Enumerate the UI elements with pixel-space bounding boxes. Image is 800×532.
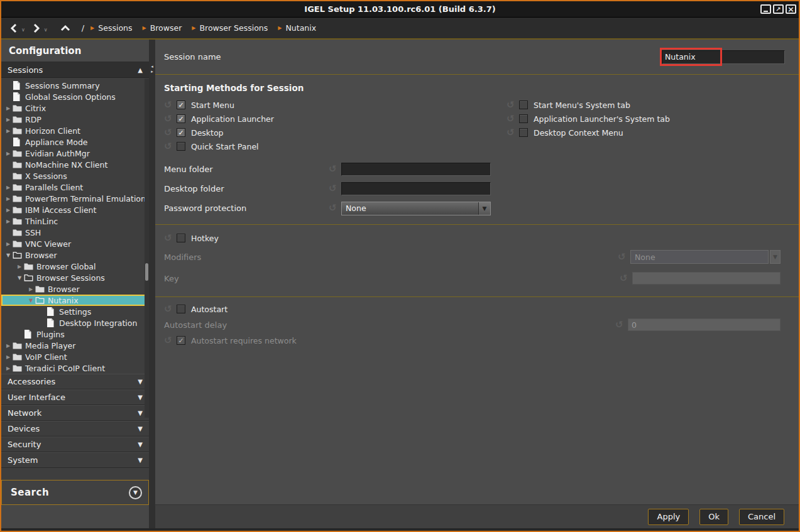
breadcrumb-item-sessions[interactable]: ▶Sessions (90, 23, 132, 33)
tree-expand-icon[interactable]: ▶ (4, 241, 13, 247)
sidebar-section-security[interactable]: Security▼ (1, 437, 149, 452)
back-history-dropdown[interactable]: ∨ (21, 27, 25, 33)
reset-icon[interactable]: ↺ (164, 128, 177, 138)
hotkey-checkbox[interactable] (177, 234, 185, 242)
tree-item-parallels-client[interactable]: ▶Parallels Client (1, 182, 149, 193)
tree-item-vnc-viewer[interactable]: ▶VNC Viewer (1, 238, 149, 249)
tree-item-horizon-client[interactable]: ▶Horizon Client (1, 125, 149, 136)
reset-icon[interactable]: ↺ (507, 114, 519, 124)
dropdown-arrow-icon[interactable]: ▼ (478, 202, 490, 215)
start-menu-checkbox[interactable]: ✓ (177, 100, 185, 109)
tree-item-ibm-iaccess-client[interactable]: ▶IBM iAccess Client (1, 204, 149, 215)
menu-folder-input[interactable] (341, 163, 491, 176)
up-button[interactable] (59, 21, 72, 35)
maximize-button[interactable]: ↗ (773, 4, 784, 14)
sidebar-section-devices[interactable]: Devices▼ (1, 421, 149, 437)
forward-history-dropdown[interactable]: ∨ (44, 27, 48, 33)
reset-icon[interactable]: ↺ (329, 204, 341, 213)
desktop-checkbox[interactable]: ✓ (177, 128, 185, 137)
sidebar-section-accessories[interactable]: Accessories▼ (1, 374, 149, 389)
tree-item-ssh[interactable]: SSH (1, 227, 149, 238)
reset-icon[interactable]: ↺ (329, 184, 341, 193)
splitter-collapse-icon[interactable]: ◂ (151, 65, 153, 69)
desktop-folder-input[interactable] (341, 182, 491, 195)
tree-expand-icon[interactable]: ▶ (4, 343, 13, 349)
apply-button[interactable]: Apply (648, 509, 689, 525)
breadcrumb-item-nutanix[interactable]: ▶Nutanix (278, 23, 316, 33)
sidebar-section-network[interactable]: Network▼ (1, 405, 149, 421)
reset-icon[interactable]: ↺ (618, 252, 630, 262)
tree-expand-icon[interactable]: ▶ (4, 106, 13, 111)
reset-icon[interactable]: ↺ (620, 274, 632, 283)
tree-item-evidian-authmgr[interactable]: ▶Evidian AuthMgr (1, 148, 149, 159)
tree-item-voip-client[interactable]: ▶VoIP Client (1, 351, 149, 362)
tree-item-desktop-integration[interactable]: Desktop Integration (1, 317, 149, 328)
tree-item-rdp[interactable]: ▶RDP (1, 114, 149, 125)
reset-icon[interactable]: ↺ (164, 234, 177, 243)
tree-item-browser[interactable]: ▼Browser (1, 249, 149, 261)
password-protection-select[interactable]: None ▼ (341, 202, 491, 215)
tree-item-thinlinc[interactable]: ▶ThinLinc (1, 215, 149, 227)
sidebar-scrollbar-thumb[interactable] (145, 263, 148, 281)
tree-expand-icon[interactable]: ▶ (4, 354, 13, 360)
reset-icon[interactable]: ↺ (507, 128, 519, 138)
tree-item-teradici-pcoip-client[interactable]: ▶Teradici PCoIP Client (1, 362, 149, 374)
tree-expand-icon[interactable]: ▶ (15, 264, 24, 269)
reset-icon[interactable]: ↺ (164, 305, 177, 314)
tree-item-x-sessions[interactable]: X Sessions (1, 170, 149, 182)
tree-expand-icon[interactable]: ▶ (26, 286, 35, 292)
back-button[interactable] (8, 21, 20, 35)
tree-item-appliance-mode[interactable]: Appliance Mode (1, 136, 149, 148)
reset-icon[interactable]: ↺ (164, 100, 177, 110)
forward-button[interactable] (30, 21, 43, 35)
tree-item-media-player[interactable]: ▶Media Player (1, 340, 149, 351)
tree-item-browser-global[interactable]: ▶Browser Global (1, 261, 149, 272)
tree-expand-icon[interactable]: ▶ (4, 207, 13, 213)
application-launcher-s-system-tab-checkbox[interactable] (519, 114, 528, 123)
tree-expand-icon[interactable]: ▶ (4, 366, 13, 371)
reset-icon[interactable]: ↺ (329, 165, 341, 174)
close-button[interactable]: × (786, 4, 796, 14)
search-expand-icon[interactable]: ▼ (129, 486, 142, 499)
tree-item-sessions-summary[interactable]: Sessions Summary (1, 80, 149, 91)
tree-item-nutanix[interactable]: ▼Nutanix (1, 295, 149, 306)
tree-expand-icon[interactable]: ▶ (4, 151, 13, 156)
search-panel[interactable]: Search ▼ (1, 480, 149, 505)
sidebar-section-sessions[interactable]: Sessions ▲ (1, 62, 149, 78)
sidebar-section-system[interactable]: System▼ (1, 452, 149, 468)
tree-item-nomachine-nx-client[interactable]: NoMachine NX Client (1, 159, 149, 170)
splitter-expand-icon[interactable]: ▸ (151, 70, 153, 74)
tree-item-global-session-options[interactable]: Global Session Options (1, 91, 149, 102)
sidebar-splitter[interactable]: ◂ ▸ (149, 40, 155, 528)
tree-collapse-icon[interactable]: ▼ (26, 298, 35, 303)
tree-expand-icon[interactable]: ▶ (4, 185, 13, 190)
tree-collapse-icon[interactable]: ▼ (4, 252, 13, 258)
quick-start-panel-checkbox[interactable] (177, 142, 185, 151)
reset-icon[interactable]: ↺ (164, 114, 177, 124)
reset-icon[interactable]: ↺ (507, 100, 519, 110)
breadcrumb-item-browser[interactable]: ▶Browser (142, 23, 182, 33)
tree-item-browser-sessions[interactable]: ▼Browser Sessions (1, 272, 149, 283)
sidebar-section-user-interface[interactable]: User Interface▼ (1, 389, 149, 405)
tree-collapse-icon[interactable]: ▼ (15, 275, 24, 281)
tree-item-citrix[interactable]: ▶Citrix (1, 102, 149, 114)
reset-icon[interactable]: ↺ (164, 336, 177, 345)
reset-icon[interactable]: ↺ (615, 320, 628, 330)
tree-item-plugins[interactable]: Plugins (1, 328, 149, 340)
tree-expand-icon[interactable]: ▶ (4, 196, 13, 202)
application-launcher-checkbox[interactable]: ✓ (177, 114, 185, 123)
reset-icon[interactable]: ↺ (164, 142, 177, 151)
tree-expand-icon[interactable]: ▶ (4, 128, 13, 134)
tree-item-browser[interactable]: ▶Browser (1, 283, 149, 295)
ok-button[interactable]: Ok (699, 509, 728, 525)
desktop-context-menu-checkbox[interactable] (519, 128, 528, 137)
tree-item-settings[interactable]: Settings (1, 306, 149, 317)
breadcrumb-item-browser-sessions[interactable]: ▶Browser Sessions (192, 23, 268, 33)
session-name-input[interactable] (662, 50, 785, 64)
cancel-button[interactable]: Cancel (739, 509, 784, 525)
sidebar-scrollbar-track[interactable] (145, 79, 149, 418)
tree-expand-icon[interactable]: ▶ (4, 117, 13, 122)
minimize-button[interactable] (760, 4, 771, 14)
autostart-checkbox[interactable] (177, 305, 185, 313)
tree-item-powerterm-terminal-emulation[interactable]: ▶PowerTerm Terminal Emulation (1, 193, 149, 204)
